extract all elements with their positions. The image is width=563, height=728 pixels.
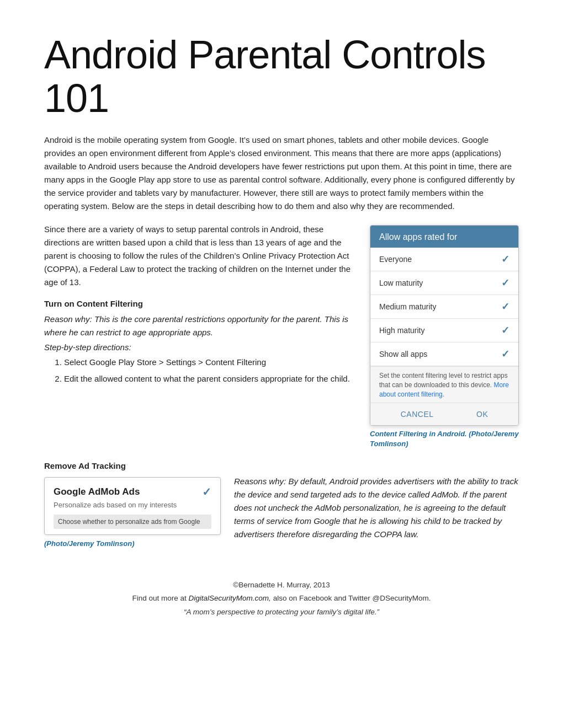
section2-reason-label: Reasons why:: [234, 477, 286, 486]
dialog-row-everyone: Everyone ✓: [370, 248, 518, 271]
dialog-buttons: Cancel OK: [370, 403, 518, 425]
dialog-note-link[interactable]: More about content filtering.: [379, 381, 509, 398]
dialog-note: Set the content filtering level to restr…: [370, 366, 518, 402]
admob-checkmark: ✓: [202, 485, 211, 499]
dialog-caption: Content Filtering in Android. (Photo/Jer…: [370, 429, 519, 449]
section1-reason-label: Reason why:: [44, 314, 92, 324]
section-ad-tracking: Remove Ad Tracking Google AdMob Ads ✓ Pe…: [44, 461, 519, 552]
admob-footer: Choose whether to personalize ads from G…: [54, 515, 211, 529]
dialog-row-show-all-apps: Show all apps ✓: [370, 342, 518, 366]
dialog-check-medium-maturity: ✓: [501, 301, 509, 313]
dialog-label-show-all-apps: Show all apps: [379, 350, 427, 358]
footer-line1: ©Bernadette H. Murray, 2013: [44, 579, 519, 592]
content-filtering-dialog-block: Allow apps rated for Everyone ✓ Low matu…: [370, 225, 519, 449]
dialog-label-high-maturity: High maturity: [379, 326, 424, 335]
dialog-row-medium-maturity: Medium maturity ✓: [370, 295, 518, 319]
dialog-cancel-button[interactable]: Cancel: [390, 408, 445, 421]
footer: ©Bernadette H. Murray, 2013 Find out mor…: [44, 579, 519, 619]
footer-handle: @DSecurityMom.: [372, 594, 431, 602]
admob-box: Google AdMob Ads ✓ Personalize ads based…: [44, 477, 221, 535]
dialog-check-low-maturity: ✓: [501, 277, 509, 289]
admob-block: Google AdMob Ads ✓ Personalize ads based…: [44, 477, 221, 548]
footer-prefix: Find out more at: [132, 594, 189, 602]
dialog-label-medium-maturity: Medium maturity: [379, 302, 436, 311]
dialog-header: Allow apps rated for: [370, 226, 518, 248]
admob-title: Google AdMob Ads: [54, 486, 140, 497]
dialog-check-show-all-apps: ✓: [501, 348, 509, 360]
content-filtering-dialog: Allow apps rated for Everyone ✓ Low matu…: [370, 225, 519, 425]
footer-site-link[interactable]: DigitalSecurityMom.com,: [189, 594, 271, 602]
admob-subtitle: Personalize ads based on my interests: [54, 501, 211, 509]
dialog-row-low-maturity: Low maturity ✓: [370, 271, 518, 295]
dialog-label-everyone: Everyone: [379, 255, 412, 264]
dialog-check-everyone: ✓: [501, 253, 509, 265]
dialog-check-high-maturity: ✓: [501, 324, 509, 336]
dialog-row-high-maturity: High maturity ✓: [370, 319, 518, 342]
section2-heading: Remove Ad Tracking: [44, 461, 519, 470]
footer-line2: Find out more at DigitalSecurityMom.com,…: [44, 592, 519, 605]
page-title: Android Parental Controls 101: [44, 33, 519, 120]
dialog-ok-button[interactable]: OK: [465, 408, 499, 421]
footer-line3: “A mom’s perspective to protecting your …: [44, 606, 519, 619]
intro-paragraph-1: Android is the mobile operating system f…: [44, 133, 519, 213]
footer-middle: also on Facebook and Twitter: [271, 594, 373, 602]
admob-header: Google AdMob Ads ✓: [54, 485, 211, 499]
admob-caption: (Photo/Jeremy Tomlinson): [44, 539, 221, 548]
dialog-label-low-maturity: Low maturity: [379, 279, 423, 287]
